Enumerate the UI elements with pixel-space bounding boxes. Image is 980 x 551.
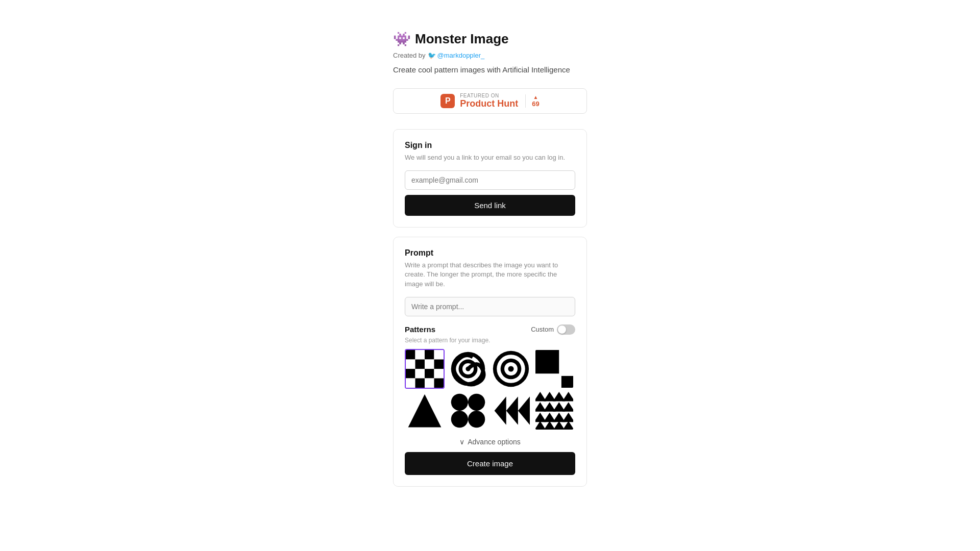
svg-point-35 xyxy=(451,393,468,410)
created-by-label: Created by xyxy=(393,52,426,59)
twitter-bird-icon: 🐦 xyxy=(428,52,436,59)
custom-label: Custom xyxy=(531,325,554,333)
svg-rect-31 xyxy=(561,376,573,388)
ph-text: FEATURED ON Product Hunt xyxy=(460,93,518,109)
svg-rect-3 xyxy=(425,350,434,360)
svg-point-28 xyxy=(508,366,513,371)
svg-rect-30 xyxy=(535,350,559,373)
svg-rect-2 xyxy=(415,350,425,360)
prompt-description: Write a prompt that describes the image … xyxy=(405,261,575,289)
svg-rect-1 xyxy=(406,350,415,360)
sign-in-card: Sign in We will send you a link to your … xyxy=(393,129,587,228)
svg-rect-4 xyxy=(434,350,444,360)
app-title: Monster Image xyxy=(415,31,509,47)
chevron-down-icon: ∨ xyxy=(459,438,464,446)
svg-rect-15 xyxy=(425,378,434,388)
ph-arrow-icon: ▲ xyxy=(533,94,538,100)
ph-votes: ▲ 69 xyxy=(525,94,539,108)
pattern-corner-squares[interactable] xyxy=(534,349,574,389)
creator-info: Created by 🐦 @markdoppler_ xyxy=(393,52,484,59)
patterns-description: Select a pattern for your image. xyxy=(405,337,575,344)
pattern-concentric-circles[interactable] xyxy=(491,349,531,389)
sign-in-title: Sign in xyxy=(405,141,575,150)
pattern-checkerboard[interactable] xyxy=(405,349,445,389)
ph-logo: P xyxy=(440,94,455,108)
custom-toggle-container: Custom xyxy=(531,324,575,335)
advance-options[interactable]: ∨ Advance options xyxy=(405,438,575,446)
svg-rect-10 xyxy=(415,369,425,379)
send-link-button[interactable]: Send link xyxy=(405,195,575,216)
tagline: Create cool pattern images with Artifici… xyxy=(393,65,570,74)
pattern-four-circles[interactable] xyxy=(448,391,488,431)
patterns-grid xyxy=(405,349,575,431)
prompt-card: Prompt Write a prompt that describes the… xyxy=(393,237,587,487)
ph-name: Product Hunt xyxy=(460,98,518,109)
email-input[interactable] xyxy=(405,170,575,190)
patterns-header: Patterns Custom xyxy=(405,324,575,335)
patterns-title: Patterns xyxy=(405,325,435,334)
pattern-triangle-rows[interactable] xyxy=(534,391,574,431)
ph-vote-count: 69 xyxy=(532,100,539,108)
twitter-handle: @markdoppler_ xyxy=(437,52,485,59)
svg-rect-5 xyxy=(406,359,415,369)
svg-rect-12 xyxy=(434,369,444,379)
custom-toggle[interactable] xyxy=(557,324,575,335)
svg-point-37 xyxy=(451,411,468,428)
pattern-spiral[interactable] xyxy=(448,349,488,389)
svg-rect-6 xyxy=(415,359,425,369)
pattern-arrows[interactable] xyxy=(491,391,531,431)
sign-in-description: We will send you a link to your email so… xyxy=(405,153,575,162)
monster-icon: 👾 xyxy=(393,31,411,47)
svg-rect-8 xyxy=(434,359,444,369)
app-header: 👾 Monster Image xyxy=(393,31,509,47)
prompt-title: Prompt xyxy=(405,248,575,258)
pattern-triangle[interactable] xyxy=(405,391,445,431)
ph-featured-label: FEATURED ON xyxy=(460,93,518,98)
svg-point-36 xyxy=(468,393,485,410)
svg-rect-9 xyxy=(406,369,415,379)
twitter-link[interactable]: 🐦 @markdoppler_ xyxy=(428,52,485,59)
prompt-input[interactable] xyxy=(405,297,575,316)
svg-rect-7 xyxy=(425,359,434,369)
svg-point-38 xyxy=(468,411,485,428)
toggle-thumb xyxy=(558,325,566,334)
main-container: 👾 Monster Image Created by 🐦 @markdopple… xyxy=(393,31,587,496)
advance-options-label: Advance options xyxy=(468,438,521,446)
svg-rect-16 xyxy=(434,378,444,388)
create-image-button[interactable]: Create image xyxy=(405,452,575,475)
product-hunt-badge[interactable]: P FEATURED ON Product Hunt ▲ 69 xyxy=(393,88,587,114)
svg-rect-11 xyxy=(425,369,434,379)
svg-rect-13 xyxy=(406,378,415,388)
svg-rect-14 xyxy=(415,378,425,388)
